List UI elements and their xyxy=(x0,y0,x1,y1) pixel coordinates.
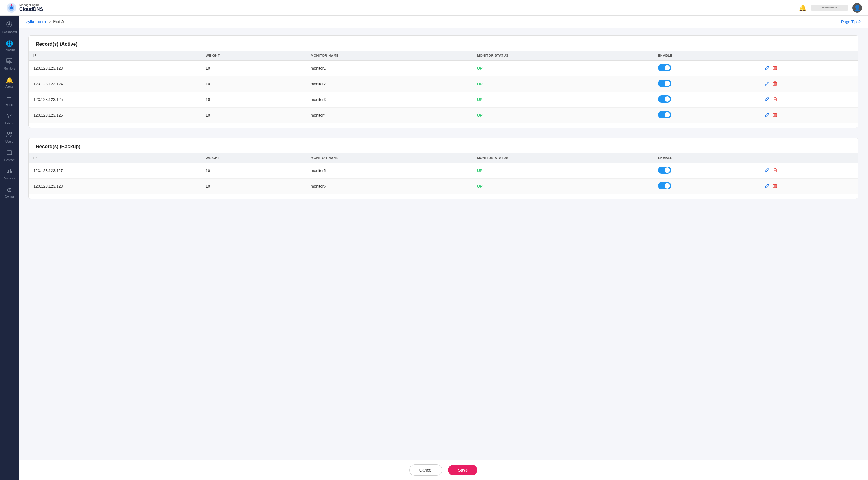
notification-icon[interactable]: 🔔 xyxy=(799,4,807,11)
logo-area: ManageEngine CloudDNS xyxy=(6,2,43,13)
sidebar-item-contact[interactable]: Contact xyxy=(0,147,19,165)
cell-weight: 10 xyxy=(201,163,306,179)
edit-icon[interactable] xyxy=(765,65,770,71)
svg-rect-58 xyxy=(773,169,777,172)
delete-icon[interactable] xyxy=(772,81,777,87)
delete-icon[interactable] xyxy=(772,183,777,190)
sidebar-item-config[interactable]: ⚙ Config xyxy=(0,183,19,201)
col-ip-active: IP xyxy=(29,50,201,61)
enable-toggle[interactable] xyxy=(658,182,671,190)
cell-actions xyxy=(760,61,858,76)
cell-weight: 10 xyxy=(201,92,306,107)
svg-rect-37 xyxy=(773,82,777,85)
cell-weight: 10 xyxy=(201,76,306,92)
cell-enable xyxy=(653,107,760,123)
content-area: zylker.com. > Edit A Page Tips? Record(s… xyxy=(19,16,868,480)
page-tips-link[interactable]: Page Tips? xyxy=(841,20,861,24)
cell-weight: 10 xyxy=(201,61,306,76)
cell-ip: 123.123.123.123 xyxy=(29,61,201,76)
cell-monitor-status: UP xyxy=(472,61,653,76)
breadcrumb-separator: > xyxy=(49,19,51,24)
delete-icon[interactable] xyxy=(772,97,777,103)
enable-toggle[interactable] xyxy=(658,96,671,103)
sidebar-dashboard-label: Dashboard xyxy=(2,30,17,34)
svg-rect-44 xyxy=(773,98,777,101)
svg-point-3 xyxy=(10,4,12,6)
col-actions-active xyxy=(760,50,858,61)
cell-enable xyxy=(653,163,760,179)
delete-icon[interactable] xyxy=(772,168,777,174)
user-name-display: •••••••••••• xyxy=(811,4,847,11)
users-icon xyxy=(6,131,13,139)
cell-actions xyxy=(760,92,858,107)
contact-icon xyxy=(6,150,12,157)
delete-icon[interactable] xyxy=(772,65,777,71)
sidebar-item-audit[interactable]: Audit xyxy=(0,92,19,110)
sidebar-item-monitors[interactable]: Monitors xyxy=(0,55,19,73)
top-header: ManageEngine CloudDNS 🔔 •••••••••••• 👤 xyxy=(0,0,868,16)
alerts-icon: 🔔 xyxy=(6,76,13,84)
enable-toggle[interactable] xyxy=(658,111,671,118)
col-weight-active: WEIGHT xyxy=(201,50,306,61)
sidebar-domains-label: Domains xyxy=(3,48,15,52)
sidebar-item-filters[interactable]: Filters xyxy=(0,110,19,128)
config-icon: ⚙ xyxy=(7,186,12,194)
sidebar-alerts-label: Alerts xyxy=(5,85,13,89)
backup-records-table: IP WEIGHT MONITOR NAME MONITOR STATUS EN… xyxy=(29,153,858,194)
edit-icon[interactable] xyxy=(765,81,770,87)
cell-actions xyxy=(760,179,858,194)
sidebar-item-users[interactable]: Users xyxy=(0,128,19,147)
sidebar-contact-label: Contact xyxy=(4,159,14,162)
cell-enable xyxy=(653,92,760,107)
logo-manage-text: ManageEngine xyxy=(19,3,43,7)
breadcrumb-bar: zylker.com. > Edit A Page Tips? xyxy=(19,16,868,28)
logo-icon xyxy=(6,2,17,13)
enable-toggle[interactable] xyxy=(658,80,671,87)
cell-monitor-name: monitor5 xyxy=(306,163,472,179)
sidebar-item-domains[interactable]: 🌐 Domains xyxy=(0,37,19,55)
sidebar-item-dashboard[interactable]: Dashboard xyxy=(0,18,19,37)
edit-icon[interactable] xyxy=(765,183,770,190)
col-enable-active: ENABLE xyxy=(653,50,760,61)
cell-actions xyxy=(760,163,858,179)
sidebar-item-alerts[interactable]: 🔔 Alerts xyxy=(0,73,19,92)
backup-records-section: Record(s) (Backup) IP WEIGHT MONITOR NAM… xyxy=(28,138,858,199)
backup-table-header-row: IP WEIGHT MONITOR NAME MONITOR STATUS EN… xyxy=(29,153,858,163)
svg-rect-26 xyxy=(7,172,8,173)
save-button[interactable]: Save xyxy=(448,465,477,476)
filters-icon xyxy=(6,113,12,121)
edit-icon[interactable] xyxy=(765,168,770,174)
enable-toggle[interactable] xyxy=(658,167,671,174)
svg-point-20 xyxy=(7,132,10,134)
sidebar: Dashboard 🌐 Domains Monitors xyxy=(0,16,19,480)
table-row: 123.123.123.126 10 monitor4 UP xyxy=(29,107,858,123)
cell-weight: 10 xyxy=(201,179,306,194)
analytics-icon xyxy=(6,168,12,176)
cell-actions xyxy=(760,107,858,123)
sidebar-item-analytics[interactable]: Analytics xyxy=(0,165,19,183)
svg-rect-65 xyxy=(773,184,777,187)
cell-actions xyxy=(760,76,858,92)
svg-rect-22 xyxy=(7,150,12,155)
delete-icon[interactable] xyxy=(772,112,777,118)
cell-ip: 123.123.123.125 xyxy=(29,92,201,107)
svg-rect-29 xyxy=(11,171,12,173)
bottom-action-bar: Cancel Save xyxy=(19,460,868,480)
breadcrumb-link[interactable]: zylker.com. xyxy=(26,19,47,24)
sidebar-users-label: Users xyxy=(5,140,13,144)
cell-monitor-status: UP xyxy=(472,163,653,179)
cell-enable xyxy=(653,179,760,194)
cancel-button[interactable]: Cancel xyxy=(409,464,442,476)
cell-monitor-status: UP xyxy=(472,76,653,92)
edit-icon[interactable] xyxy=(765,112,770,118)
edit-icon[interactable] xyxy=(765,97,770,103)
col-monitor-name-active: MONITOR NAME xyxy=(306,50,472,61)
col-monitor-status-active: MONITOR STATUS xyxy=(472,50,653,61)
avatar[interactable]: 👤 xyxy=(852,3,862,13)
table-row: 123.123.123.123 10 monitor1 UP xyxy=(29,61,858,76)
cell-weight: 10 xyxy=(201,107,306,123)
cell-monitor-status: UP xyxy=(472,92,653,107)
page-content: Record(s) (Active) IP WEIGHT MONITOR NAM… xyxy=(19,28,868,480)
svg-point-21 xyxy=(10,132,12,134)
enable-toggle[interactable] xyxy=(658,64,671,71)
